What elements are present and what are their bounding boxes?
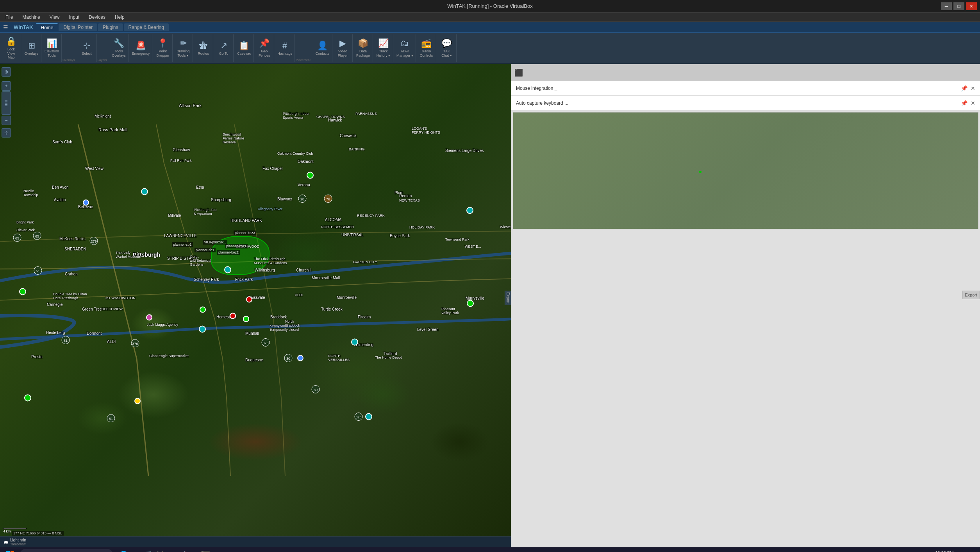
close-icon-mouse[interactable]: ✕ [971, 85, 975, 91]
svg-text:51: 51 [109, 417, 113, 421]
menu-view[interactable]: View [47, 14, 62, 21]
right-panel-header: ⬛ [511, 64, 980, 81]
coord-display: 177 NE 71666 64315 — ft MSL [12, 531, 64, 536]
tool-contacts[interactable]: 👤 Contacts [313, 34, 332, 62]
tool-atak-manager[interactable]: 🗂 ATAKManager ▾ [394, 34, 416, 62]
planner-koz1-label: planner-koz1 [225, 244, 248, 248]
pin-icon[interactable]: 📌 [961, 85, 968, 91]
tak-chat-label: TAKChat ▾ [441, 49, 452, 58]
atak-manager-label: ATAKManager ▾ [396, 49, 413, 58]
tool-tak-chat[interactable]: 💬 TAKChat ▾ [437, 34, 457, 62]
tool-data-package[interactable]: 📦 DataPackage [353, 34, 373, 62]
window-title: WinTAK [Running] - Oracle VirtualBox [447, 3, 532, 9]
export-label[interactable]: Export [505, 291, 511, 305]
tool-casevac[interactable]: 📋 Casevac [234, 34, 254, 62]
tool-drawing[interactable]: ✏ DrawingTools ▾ [173, 34, 193, 62]
menu-bar: File Machine View Input Devices Help [0, 13, 980, 22]
tab-plugins[interactable]: Plugins [98, 23, 123, 31]
mouse-integration-text: Mouse integration _ [516, 86, 557, 91]
tool-emergency[interactable]: 🚨 Emergency [130, 34, 153, 62]
taskbar-app-4[interactable]: 🦊 [155, 550, 165, 552]
auto-capture-controls: 📌 ✕ [961, 100, 975, 106]
track-history-icon: 📈 [378, 38, 389, 48]
geo-fences-label: GeoFences [259, 49, 270, 58]
tool-routes[interactable]: 🛣 Routes [194, 34, 213, 62]
toolbar: 🔒 LockViewMap ⊞ Overlays 📊 ElevationTool… [0, 33, 980, 64]
river-overlay: 65 279 51 65 28 76 51 30 30 51 [0, 64, 511, 536]
svg-text:28: 28 [300, 197, 304, 201]
tool-hashtags[interactable]: # Hashtags [275, 34, 295, 62]
tool-geo-fences[interactable]: 📌 GeoFences [255, 34, 274, 62]
cursor-tool[interactable]: ⊹ [2, 128, 11, 138]
tool-lock-view[interactable]: 🔒 LockViewMap [2, 34, 21, 62]
emergency-label: Emergency [132, 52, 150, 56]
tool-elevation[interactable]: 📊 ElevationTools [42, 34, 62, 62]
menu-help[interactable]: Help [112, 14, 127, 21]
taskbar-app-3[interactable]: 🎵 [143, 550, 153, 552]
overlays-label: Overlays [25, 52, 39, 56]
right-panel-item-mouse[interactable]: Mouse integration _ 📌 ✕ [511, 81, 980, 96]
tab-range-bearing[interactable]: Range & Bearing [124, 23, 169, 31]
right-panel-minimap [513, 112, 978, 229]
tool-overlays[interactable]: ⊞ Overlays [22, 34, 41, 62]
drawing-icon: ✏ [180, 38, 187, 48]
tool-track-history[interactable]: 📈 TrackHistory ▾ [374, 34, 393, 62]
tool-goto[interactable]: ↗ Go To [214, 34, 234, 62]
nav-tabs: Home Digital Pointer Plugins Range & Bea… [36, 23, 168, 32]
taskbar-app-2[interactable]: 📁 [131, 550, 141, 552]
tool-radio-controls[interactable]: 📻 RadioControls [417, 34, 436, 62]
svg-text:30: 30 [286, 357, 290, 361]
menu-devices[interactable]: Devices [86, 14, 108, 21]
close-icon-keyboard[interactable]: ✕ [971, 100, 975, 106]
taskbar-search[interactable]: 🔍 Search [20, 549, 113, 552]
start-button[interactable] [3, 548, 17, 552]
maximize-button[interactable]: □ [953, 2, 964, 10]
zoom-in-button[interactable]: + [2, 81, 11, 91]
svg-text:65: 65 [35, 234, 39, 238]
tool-point-dropper[interactable]: 📍 PointDropper [153, 34, 173, 62]
tool-video-player[interactable]: ▶ VideoPlayer [333, 34, 353, 62]
svg-text:76: 76 [326, 197, 330, 201]
select-label: Select [82, 52, 92, 56]
export-button-right[interactable]: Export [962, 291, 980, 299]
tab-digital-pointer[interactable]: Digital Pointer [59, 23, 97, 31]
planner-sp1-label: planner-sp1 [172, 242, 193, 247]
tab-home[interactable]: Home [36, 23, 58, 32]
taskbar-app-1[interactable]: 🌐 [119, 550, 129, 552]
menu-file[interactable]: File [3, 14, 15, 21]
pin-icon-keyboard[interactable]: 📌 [961, 100, 968, 106]
svg-text:51: 51 [36, 269, 40, 273]
minimize-button[interactable]: ─ [941, 2, 952, 10]
taskbar-app-8[interactable]: ⬛ [200, 550, 210, 552]
taskbar-app-6[interactable]: 🛒 [176, 550, 186, 552]
taskbar: 🔍 Search 🌐 📁 🎵 🦊 ✉ 🛒 🐦 ⬛ ⬆ 📶 🔊 🔋 12:00 P… [0, 547, 980, 552]
wintak-logo: WinTAK [14, 24, 33, 30]
elevation-label: ElevationTools [45, 49, 59, 58]
track-history-label: TrackHistory ▾ [377, 49, 391, 58]
taskbar-app-7[interactable]: 🐦 [188, 550, 198, 552]
contacts-icon: 👤 [317, 41, 328, 51]
hamburger-menu[interactable]: ☰ [3, 24, 8, 30]
tool-select[interactable]: ⊹ Select [77, 34, 97, 62]
taskbar-app-5[interactable]: ✉ [167, 550, 174, 552]
svg-text:51: 51 [64, 339, 68, 343]
menu-machine[interactable]: Machine [20, 14, 42, 21]
compass-button[interactable]: ⊕ [2, 67, 11, 77]
close-button[interactable]: ✕ [966, 2, 977, 10]
point-dropper-label: PointDropper [156, 49, 169, 58]
menu-input[interactable]: Input [67, 14, 82, 21]
svg-text:376: 376 [355, 415, 361, 419]
map-background[interactable]: 65 279 51 65 28 76 51 30 30 51 [0, 64, 511, 536]
weather-condition: Light rain [10, 538, 26, 542]
video-player-label: VideoPlayer [338, 49, 348, 58]
planner-koz2-label: planner-koz2 [217, 250, 240, 255]
tool-tools-overlays[interactable]: 🔧 ToolsOverlays [109, 34, 129, 62]
zoom-scale: |||||||| [2, 91, 11, 115]
svg-text:65: 65 [15, 236, 19, 240]
overlays-icon: ⊞ [28, 41, 35, 51]
title-bar: WinTAK [Running] - Oracle VirtualBox ─ □… [0, 0, 980, 13]
right-panel-item-keyboard[interactable]: Auto capture keyboard ... 📌 ✕ [511, 96, 980, 111]
zoom-out-button[interactable]: − [2, 116, 11, 125]
svg-text:30: 30 [314, 388, 318, 392]
wintak-bar: ☰ WinTAK Home Digital Pointer Plugins Ra… [0, 22, 980, 33]
